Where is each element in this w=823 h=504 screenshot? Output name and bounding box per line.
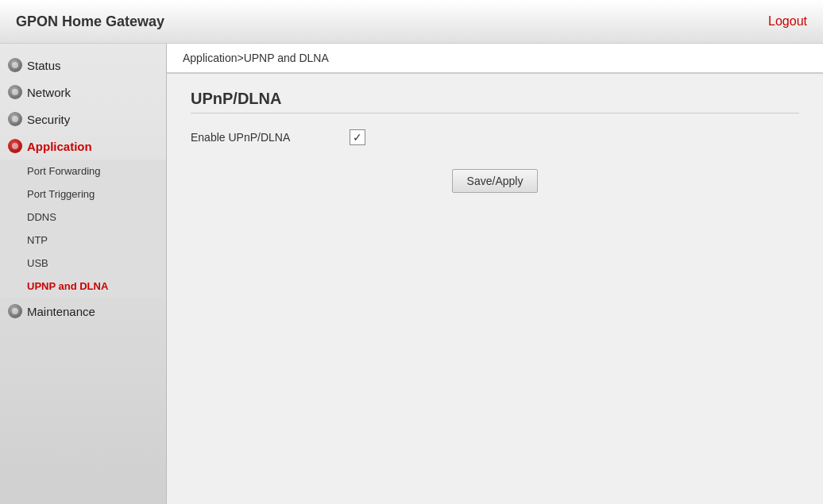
sidebar-item-label: Security <box>27 113 70 126</box>
sidebar-item-network[interactable]: Network <box>0 79 166 106</box>
sidebar-item-label: Network <box>27 86 71 99</box>
status-bullet-icon <box>8 58 22 72</box>
main-layout: Status Network Security Application Port… <box>0 44 823 504</box>
application-submenu: Port Forwarding Port Triggering DDNS NTP… <box>0 160 166 298</box>
logout-button[interactable]: Logout <box>768 14 807 29</box>
enable-upnp-checkbox[interactable] <box>350 129 365 145</box>
sidebar-item-maintenance[interactable]: Maintenance <box>0 298 166 325</box>
content-body: UPnP/DLNA Enable UPnP/DLNA Save/Apply <box>167 74 823 504</box>
sidebar-item-label: Maintenance <box>27 305 95 318</box>
app-title: GPON Home Gateway <box>16 13 164 30</box>
submenu-item-upnp-dlna[interactable]: UPNP and DLNA <box>0 275 166 298</box>
content-area: Application>UPNP and DLNA UPnP/DLNA Enab… <box>167 44 823 504</box>
enable-upnp-row: Enable UPnP/DLNA <box>191 129 799 145</box>
network-bullet-icon <box>8 85 22 99</box>
sidebar-item-label: Status <box>27 59 61 72</box>
sidebar: Status Network Security Application Port… <box>0 44 167 504</box>
submenu-item-ddns[interactable]: DDNS <box>0 206 166 229</box>
save-apply-button[interactable]: Save/Apply <box>452 169 539 193</box>
button-row: Save/Apply <box>191 161 799 193</box>
sidebar-item-label: Application <box>27 140 92 153</box>
breadcrumb: Application>UPNP and DLNA <box>167 44 823 74</box>
submenu-item-ntp[interactable]: NTP <box>0 229 166 252</box>
section-title: UPnP/DLNA <box>191 90 799 113</box>
sidebar-item-application[interactable]: Application <box>0 133 166 160</box>
application-bullet-icon <box>8 139 22 153</box>
sidebar-item-status[interactable]: Status <box>0 52 166 79</box>
enable-upnp-label: Enable UPnP/DLNA <box>191 131 350 144</box>
sidebar-item-security[interactable]: Security <box>0 106 166 133</box>
header: GPON Home Gateway Logout <box>0 0 823 44</box>
maintenance-bullet-icon <box>8 304 22 318</box>
security-bullet-icon <box>8 112 22 126</box>
submenu-item-port-triggering[interactable]: Port Triggering <box>0 183 166 206</box>
submenu-item-port-forwarding[interactable]: Port Forwarding <box>0 160 166 183</box>
submenu-item-usb[interactable]: USB <box>0 252 166 275</box>
